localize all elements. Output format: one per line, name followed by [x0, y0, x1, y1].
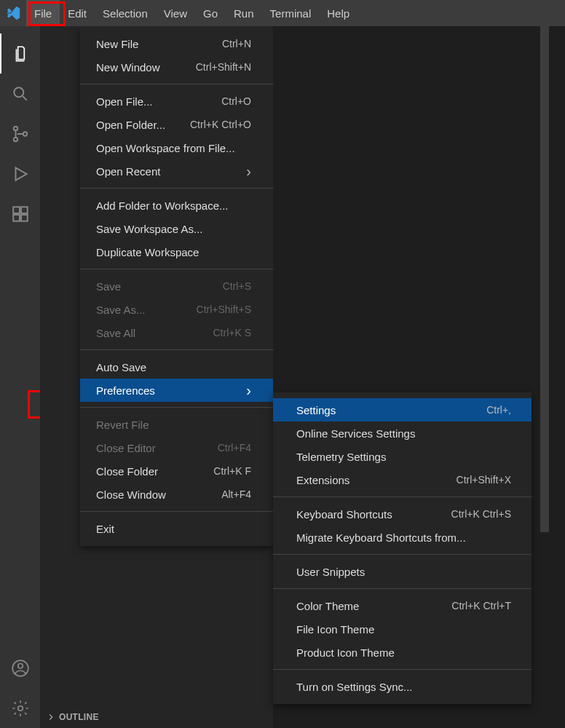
submenuitem-product-icon-theme[interactable]: Product Icon Theme	[273, 641, 532, 664]
sidepanel: New FileCtrl+NNew WindowCtrl+Shift+NOpen…	[40, 26, 273, 728]
outline-header[interactable]: OUTLINE	[40, 706, 273, 728]
menuitem-label: Exit	[96, 523, 114, 535]
svg-rect-4	[13, 207, 20, 213]
menuitem-label: Duplicate Workspace	[96, 246, 199, 258]
keybinding: Ctrl+Shift+S	[197, 304, 251, 315]
menuitem-preferences[interactable]: Preferences›	[80, 379, 273, 402]
keybinding: Alt+F4	[221, 488, 251, 500]
menuitem-label: Revert File	[96, 419, 149, 431]
submenuitem-extensions[interactable]: ExtensionsCtrl+Shift+X	[273, 468, 532, 491]
menuitem-label: New Window	[96, 61, 160, 74]
svg-rect-6	[21, 215, 28, 221]
menuitem-close-editor: Close EditorCtrl+F4	[80, 436, 273, 459]
separator	[273, 669, 532, 670]
menuitem-label: Add Folder to Workspace...	[96, 199, 228, 212]
keybinding: Ctrl+S	[223, 280, 251, 292]
extensions-icon[interactable]	[0, 194, 40, 234]
menuitem-save: SaveCtrl+S	[80, 274, 273, 298]
menuitem-label: Preferences	[96, 384, 155, 397]
menuitem-save-workspace-as[interactable]: Save Workspace As...	[80, 217, 273, 240]
accounts-icon[interactable]	[0, 648, 40, 688]
vscode-logo-icon	[0, 0, 26, 26]
submenuitem-settings[interactable]: SettingsCtrl+,	[273, 398, 532, 422]
menu-terminal[interactable]: Terminal	[262, 0, 320, 26]
menuitem-exit[interactable]: Exit	[80, 517, 273, 540]
menuitem-open-file[interactable]: Open File...Ctrl+O	[80, 90, 273, 113]
file-dropdown: New FileCtrl+NNew WindowCtrl+Shift+NOpen…	[80, 26, 273, 546]
explorer-icon[interactable]	[0, 33, 40, 74]
submenuitem-user-snippets[interactable]: User Snippets	[273, 560, 532, 583]
svg-point-0	[14, 87, 23, 97]
svg-point-2	[13, 137, 17, 141]
menu-edit[interactable]: Edit	[60, 0, 95, 26]
keybinding: Ctrl+O	[221, 95, 251, 107]
submenuitem-label: Turn on Settings Sync...	[296, 681, 413, 693]
separator	[273, 588, 532, 589]
separator	[80, 349, 273, 350]
menuitem-add-folder-to-workspace[interactable]: Add Folder to Workspace...	[80, 194, 273, 217]
separator	[80, 407, 273, 408]
settings-gear-icon[interactable]	[0, 688, 40, 728]
menuitem-save-all: Save AllCtrl+K S	[80, 321, 273, 344]
menuitem-label: Save Workspace As...	[96, 223, 202, 235]
search-icon[interactable]	[0, 74, 40, 114]
submenuitem-label: Keyboard Shortcuts	[296, 508, 392, 521]
menuitem-close-window[interactable]: Close WindowAlt+F4	[80, 483, 273, 506]
menuitem-auto-save[interactable]: Auto Save	[80, 355, 273, 379]
scrollbar-thumb[interactable]	[540, 26, 549, 532]
chevron-right-icon: ›	[246, 163, 251, 180]
menubar: FileEditSelectionViewGoRunTerminalHelp	[0, 0, 565, 26]
menu-help[interactable]: Help	[319, 0, 357, 26]
menu-view[interactable]: View	[156, 0, 195, 26]
outline-label: OUTLINE	[59, 712, 99, 722]
menuitem-duplicate-workspace[interactable]: Duplicate Workspace	[80, 240, 273, 264]
keybinding: Ctrl+F4	[218, 442, 251, 454]
svg-point-9	[17, 663, 23, 668]
separator	[80, 269, 273, 269]
menuitem-label: Close Folder	[96, 465, 158, 478]
menuitem-new-file[interactable]: New FileCtrl+N	[80, 32, 273, 55]
svg-point-10	[17, 705, 23, 711]
submenuitem-telemetry-settings[interactable]: Telemetry Settings	[273, 445, 532, 468]
submenuitem-keyboard-shortcuts[interactable]: Keyboard ShortcutsCtrl+K Ctrl+S	[273, 502, 532, 526]
menuitem-label: New File	[96, 38, 138, 50]
keybinding: Ctrl+Shift+X	[457, 474, 511, 486]
submenuitem-label: File Icon Theme	[296, 623, 374, 636]
preferences-submenu: SettingsCtrl+,Online Services SettingsTe…	[273, 392, 532, 704]
keybinding: Ctrl+K Ctrl+T	[451, 600, 511, 612]
chevron-right-icon: ›	[246, 382, 251, 399]
submenuitem-label: Settings	[296, 404, 336, 416]
menuitem-close-folder[interactable]: Close FolderCtrl+K F	[80, 459, 273, 483]
svg-point-1	[13, 126, 17, 130]
menuitem-new-window[interactable]: New WindowCtrl+Shift+N	[80, 55, 273, 79]
submenuitem-label: Color Theme	[296, 600, 359, 612]
menu-selection[interactable]: Selection	[95, 0, 156, 26]
menuitem-label: Auto Save	[96, 361, 146, 373]
menu-go[interactable]: Go	[195, 0, 226, 26]
menuitem-label: Open Recent	[96, 165, 160, 178]
separator	[80, 188, 273, 189]
menuitem-open-workspace-from-file[interactable]: Open Workspace from File...	[80, 136, 273, 159]
sourcecontrol-icon[interactable]	[0, 114, 40, 154]
submenuitem-turn-on-settings-sync[interactable]: Turn on Settings Sync...	[273, 675, 532, 698]
menuitem-label: Open Folder...	[96, 119, 165, 131]
submenuitem-label: Migrate Keyboard Shortcuts from...	[296, 531, 466, 544]
keybinding: Ctrl+K S	[213, 327, 251, 339]
run-icon[interactable]	[0, 154, 40, 194]
activitybar	[0, 26, 40, 728]
menuitem-open-recent[interactable]: Open Recent›	[80, 159, 273, 183]
separator	[273, 554, 532, 555]
submenuitem-migrate-keyboard-shortcuts-from[interactable]: Migrate Keyboard Shortcuts from...	[273, 526, 532, 549]
submenuitem-color-theme[interactable]: Color ThemeCtrl+K Ctrl+T	[273, 594, 532, 617]
keybinding: Ctrl+,	[486, 404, 511, 416]
menuitem-save-as: Save As...Ctrl+Shift+S	[80, 298, 273, 321]
menu-file[interactable]: File	[26, 0, 60, 26]
menu-run[interactable]: Run	[226, 0, 262, 26]
menuitem-open-folder[interactable]: Open Folder...Ctrl+K Ctrl+O	[80, 113, 273, 136]
submenuitem-label: Telemetry Settings	[296, 451, 386, 463]
menuitem-label: Close Editor	[96, 442, 156, 454]
submenuitem-online-services-settings[interactable]: Online Services Settings	[273, 422, 532, 445]
svg-rect-5	[13, 215, 20, 221]
submenuitem-label: Product Icon Theme	[296, 646, 395, 659]
submenuitem-file-icon-theme[interactable]: File Icon Theme	[273, 617, 532, 641]
